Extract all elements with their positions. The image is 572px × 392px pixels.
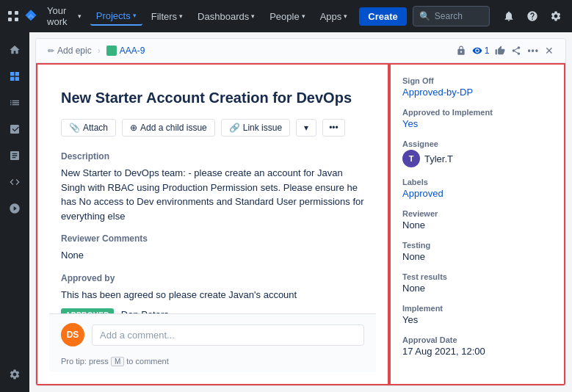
sidebar-releases-icon[interactable]: [3, 197, 26, 220]
chevron-down-icon: ▾: [302, 12, 305, 20]
sidebar-home-icon[interactable]: [3, 38, 26, 62]
sign-off-value[interactable]: Approved-by-DP: [402, 87, 552, 98]
pro-tip: Pro tip: press M to comment: [49, 355, 376, 372]
chevron-down-icon: ▾: [179, 12, 183, 20]
left-sidebar: [0, 32, 29, 392]
filters-menu[interactable]: Filters ▾: [145, 8, 189, 25]
watch-button[interactable]: 1: [472, 46, 490, 56]
testing-field: Testing None: [402, 241, 552, 262]
description-content: New Starter to DevOps team: - please cre…: [61, 166, 364, 223]
chevron-down-icon: ▾: [251, 12, 255, 20]
link-icon: 🔗: [229, 123, 240, 133]
svg-rect-2: [8, 18, 12, 21]
assignee-avatar: T: [402, 150, 420, 167]
labels-value[interactable]: Approved: [402, 188, 552, 199]
test-results-field: Test results None: [402, 272, 552, 294]
your-work-menu[interactable]: Your work ▾: [41, 2, 87, 30]
comment-area: DS Add a comment...: [49, 313, 376, 355]
search-icon: 🔍: [419, 11, 430, 21]
add-child-issue-button[interactable]: ⊕ Add a child issue: [122, 119, 215, 137]
dashboards-menu[interactable]: Dashboards ▾: [192, 8, 261, 25]
issue-container: ✏ Add epic › AAA-9 1: [35, 38, 566, 386]
issue-main: New Starter Account Creation for DevOps …: [36, 63, 565, 385]
commenter-avatar: DS: [61, 323, 84, 346]
paperclip-icon: 📎: [69, 123, 80, 133]
top-navigation: Your work ▾ Projects ▾ Filters ▾ Dashboa…: [0, 0, 572, 32]
issue-breadcrumb: ✏ Add epic › AAA-9 1: [36, 39, 565, 63]
link-issue-button[interactable]: 🔗 Link issue: [221, 119, 290, 137]
child-issue-icon: ⊕: [130, 123, 137, 133]
extra-options-button[interactable]: •••: [322, 119, 345, 137]
more-button[interactable]: •••: [527, 46, 539, 56]
reviewer-comments-label: Reviewer Comments: [61, 233, 364, 244]
chevron-down-icon: ▾: [133, 12, 137, 19]
create-button[interactable]: Create: [359, 7, 406, 26]
pro-tip-key: M: [111, 357, 124, 366]
comment-input[interactable]: Add a comment...: [92, 324, 364, 346]
more-options-button[interactable]: ▾: [296, 119, 316, 137]
notifications-button[interactable]: [499, 6, 519, 26]
projects-menu[interactable]: Projects ▾: [90, 7, 142, 26]
approved-to-implement-field: Approved to Implement Yes: [402, 108, 552, 129]
chevron-down-icon: ▾: [344, 12, 347, 20]
content-area: ✏ Add epic › AAA-9 1: [29, 32, 572, 392]
test-results-value: None: [402, 283, 552, 294]
assignee-name: Tyler.T: [424, 153, 453, 164]
lock-icon[interactable]: [456, 46, 466, 56]
issue-toolbar: 📎 Attach ⊕ Add a child issue 🔗 Link issu: [61, 119, 364, 137]
sidebar-code-icon[interactable]: [3, 170, 26, 194]
approved-to-implement-value[interactable]: Yes: [402, 118, 552, 129]
close-button[interactable]: ✕: [545, 45, 554, 57]
approval-date-value: 17 Aug 2021, 12:00: [402, 346, 552, 357]
header-actions: 1 ••• ✕: [456, 45, 554, 57]
reviewer-value: None: [402, 219, 552, 231]
labels-field: Labels Approved: [402, 178, 552, 199]
grid-icon[interactable]: [6, 6, 21, 26]
approved-row: APPROVED Dan Peters: [61, 308, 364, 313]
sidebar-settings-icon[interactable]: [3, 363, 26, 386]
approved-by-label: Approved by: [61, 273, 364, 283]
sidebar-backlog-icon[interactable]: [3, 91, 26, 115]
svg-rect-0: [8, 11, 12, 15]
description-label: Description: [61, 151, 364, 161]
help-button[interactable]: [522, 6, 543, 26]
issue-type-icon: [106, 46, 117, 56]
chevron-down-icon: ▾: [304, 123, 308, 133]
svg-rect-3: [15, 18, 18, 21]
approved-badge: APPROVED: [61, 308, 114, 313]
approved-by-content: This has been agreed so please create Ja…: [61, 288, 364, 302]
sidebar-reports-icon[interactable]: [3, 144, 26, 167]
jira-logo[interactable]: [23, 6, 38, 26]
reviewer-comments-content: None: [61, 248, 364, 263]
sign-off-field: Sign Off Approved-by-DP: [402, 76, 552, 98]
attach-button[interactable]: 📎 Attach: [61, 119, 116, 137]
breadcrumb-add-epic[interactable]: ✏ Add epic: [48, 46, 92, 56]
main-layout: ✏ Add epic › AAA-9 1: [0, 32, 572, 392]
svg-rect-1: [15, 11, 18, 15]
assignee-field: Assignee T Tyler.T: [402, 139, 552, 167]
topnav-actions: [499, 6, 566, 26]
pencil-icon: ✏: [48, 46, 54, 56]
share-button[interactable]: [511, 46, 521, 56]
apps-menu[interactable]: Apps ▾: [314, 8, 354, 25]
thumbs-up-button[interactable]: [495, 46, 505, 56]
implement-value: Yes: [402, 314, 552, 325]
reviewer-field: Reviewer None: [402, 209, 552, 231]
issue-left-panel: New Starter Account Creation for DevOps …: [36, 63, 389, 385]
testing-value: None: [402, 251, 552, 262]
assignee-row: T Tyler.T: [402, 150, 552, 167]
search-bar[interactable]: 🔍 Search: [413, 6, 490, 26]
settings-button[interactable]: [546, 6, 566, 26]
implement-field: Implement Yes: [402, 304, 552, 325]
sidebar-roadmap-icon[interactable]: [3, 117, 26, 141]
sidebar-board-icon[interactable]: [3, 65, 26, 88]
breadcrumb-issue-id[interactable]: AAA-9: [106, 46, 145, 56]
approval-date-field: Approval Date 17 Aug 2021, 12:00: [402, 335, 552, 357]
issue-title: New Starter Account Creation for DevOps: [61, 88, 364, 107]
people-menu[interactable]: People ▾: [264, 8, 311, 25]
issue-right-panel: Sign Off Approved-by-DP Approved to Impl…: [389, 63, 565, 385]
chevron-down-icon: ▾: [78, 12, 82, 20]
